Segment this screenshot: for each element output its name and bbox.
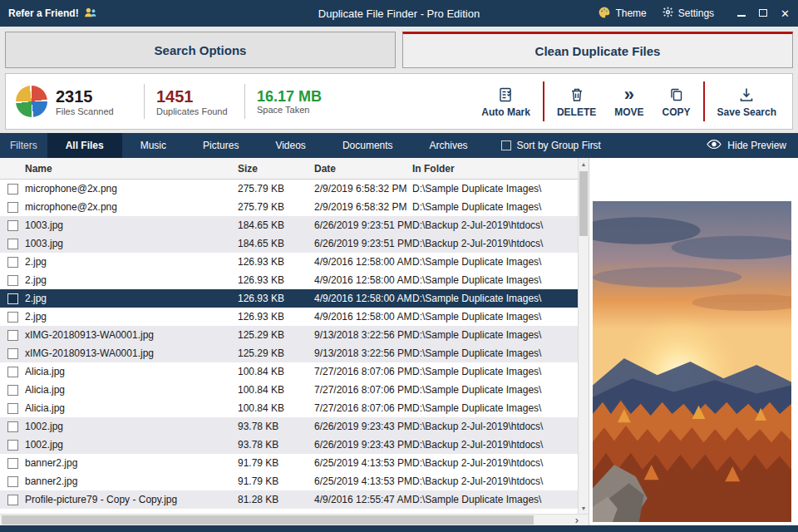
table-row[interactable]: microphone@2x.png275.79 KB2/9/2019 6:58:… bbox=[0, 180, 578, 198]
scroll-up-arrow-icon[interactable]: ▲ bbox=[579, 158, 589, 170]
scroll-right-arrow-icon[interactable]: › bbox=[575, 515, 579, 525]
file-name-cell: 2.jpg bbox=[25, 293, 238, 304]
row-checkbox[interactable] bbox=[7, 458, 18, 469]
table-row[interactable]: 2.jpg126.93 KB4/9/2016 12:58:00 AMD:\Sam… bbox=[0, 253, 578, 271]
row-checkbox[interactable] bbox=[7, 202, 18, 213]
row-checkbox[interactable] bbox=[7, 220, 18, 231]
file-size-cell: 126.93 KB bbox=[238, 293, 314, 304]
row-checkbox[interactable] bbox=[7, 257, 18, 268]
row-checkbox[interactable] bbox=[7, 312, 18, 323]
row-checkbox[interactable] bbox=[7, 348, 18, 359]
files-scanned-label: Files Scanned bbox=[56, 106, 132, 116]
header-name[interactable]: Name bbox=[25, 163, 238, 175]
table-row[interactable]: 2.jpg126.93 KB4/9/2016 12:58:00 AMD:\Sam… bbox=[0, 308, 578, 326]
maximize-button[interactable] bbox=[759, 7, 767, 19]
file-name-cell: microphone@2x.png bbox=[25, 201, 238, 213]
row-checkbox[interactable] bbox=[7, 330, 18, 341]
row-checkbox[interactable] bbox=[7, 239, 18, 249]
theme-button[interactable]: Theme bbox=[598, 6, 646, 22]
filter-tab-music[interactable]: Music bbox=[122, 133, 185, 158]
table-row[interactable]: 1002.jpg93.78 KB6/26/2019 9:23:43 PMD:\B… bbox=[0, 417, 578, 436]
header-date[interactable]: Date bbox=[314, 163, 412, 175]
file-size-cell: 125.29 KB bbox=[238, 347, 314, 359]
table-row[interactable]: xIMG-20180913-WA0001.jpg125.29 KB9/13/20… bbox=[0, 326, 578, 344]
file-folder-cell: D:\Sample Duplicate Images\ bbox=[412, 347, 578, 359]
file-folder-cell: D:\Backup 2-Jul-2019\htdocs\ bbox=[412, 421, 578, 432]
minimize-button[interactable] bbox=[737, 7, 746, 19]
horizontal-scroll-thumb[interactable] bbox=[2, 515, 534, 525]
file-folder-cell: D:\Sample Duplicate Images\ bbox=[412, 183, 578, 195]
close-button[interactable]: ✕ bbox=[781, 8, 790, 19]
refer-a-friend-button[interactable]: Refer a Friend! bbox=[8, 7, 98, 21]
table-row[interactable]: xIMG-20180913-WA0001.jpg125.29 KB9/13/20… bbox=[0, 344, 578, 362]
tab-search-options[interactable]: Search Options bbox=[5, 32, 396, 68]
settings-gear-icon bbox=[662, 6, 674, 21]
settings-button[interactable]: Settings bbox=[662, 6, 714, 21]
sort-by-group-checkbox[interactable]: Sort by Group First bbox=[501, 140, 601, 151]
save-icon bbox=[738, 86, 755, 104]
file-folder-cell: D:\Sample Duplicate Images\ bbox=[412, 201, 578, 213]
table-row[interactable]: banner2.jpg91.79 KB6/25/2019 4:13:53 PMD… bbox=[0, 454, 578, 472]
vertical-scrollbar[interactable]: ▲ ▼ bbox=[578, 158, 589, 514]
filter-tabs: All FilesMusicPicturesVideosDocumentsArc… bbox=[47, 133, 486, 158]
file-size-cell: 184.65 KB bbox=[238, 238, 314, 249]
hide-preview-button[interactable]: Hide Preview bbox=[695, 139, 798, 152]
row-checkbox[interactable] bbox=[7, 495, 18, 505]
row-checkbox[interactable] bbox=[7, 421, 18, 432]
table-row[interactable]: 1002.jpg93.78 KB6/26/2019 9:23:43 PMD:\B… bbox=[0, 436, 578, 454]
theme-label: Theme bbox=[615, 7, 646, 19]
row-checkbox[interactable] bbox=[7, 403, 18, 414]
file-name-cell: 1002.jpg bbox=[25, 439, 238, 451]
bottom-bar bbox=[0, 525, 798, 532]
filter-tab-archives[interactable]: Archives bbox=[411, 133, 486, 158]
filter-tab-videos[interactable]: Videos bbox=[257, 133, 323, 158]
row-checkbox[interactable] bbox=[7, 440, 18, 451]
file-name-cell: microphone@2x.png bbox=[25, 183, 238, 195]
files-scanned-value: 2315 bbox=[56, 87, 132, 106]
filter-tab-all-files[interactable]: All Files bbox=[47, 133, 122, 158]
row-checkbox[interactable] bbox=[7, 293, 18, 304]
header-size[interactable]: Size bbox=[238, 163, 314, 175]
table-row[interactable]: Alicia.jpg100.84 KB7/27/2016 8:07:06 PMD… bbox=[0, 399, 578, 417]
file-name-cell: Alicia.jpg bbox=[25, 402, 238, 414]
delete-button[interactable]: DELETE bbox=[548, 86, 605, 118]
filter-tab-pictures[interactable]: Pictures bbox=[185, 133, 257, 158]
file-date-cell: 9/13/2018 3:22:56 PM bbox=[314, 347, 412, 359]
stat-files-scanned: 2315 Files Scanned bbox=[56, 87, 132, 116]
table-row[interactable]: 2.jpg126.93 KB4/9/2016 12:58:00 AMD:\Sam… bbox=[0, 289, 578, 308]
action-label: COPY bbox=[663, 106, 691, 118]
table-row[interactable]: banner2.jpg91.79 KB6/25/2019 4:13:53 PMD… bbox=[0, 472, 578, 490]
row-checkbox[interactable] bbox=[7, 385, 18, 396]
row-checkbox[interactable] bbox=[7, 476, 18, 487]
file-date-cell: 6/26/2019 9:23:51 PM bbox=[314, 238, 412, 249]
row-checkbox[interactable] bbox=[7, 275, 18, 286]
action-label: Save Search bbox=[717, 106, 776, 118]
auto-mark-button[interactable]: Auto Mark bbox=[472, 86, 539, 118]
filter-tab-documents[interactable]: Documents bbox=[324, 133, 411, 158]
copy-icon bbox=[668, 86, 685, 104]
header-in-folder[interactable]: In Folder bbox=[412, 163, 578, 175]
row-checkbox[interactable] bbox=[7, 184, 18, 195]
table-row[interactable]: 2.jpg126.93 KB4/9/2016 12:58:00 AMD:\Sam… bbox=[0, 271, 578, 289]
table-row[interactable]: 1003.jpg184.65 KB6/26/2019 9:23:51 PMD:\… bbox=[0, 234, 578, 253]
table-row[interactable]: microphone@2x.png275.79 KB2/9/2019 6:58:… bbox=[0, 198, 578, 216]
preview-pane bbox=[589, 158, 798, 525]
copy-button[interactable]: COPY bbox=[653, 86, 700, 118]
move-button[interactable]: »MOVE bbox=[605, 86, 653, 118]
table-row[interactable]: Alicia.jpg100.84 KB7/27/2016 8:07:06 PMD… bbox=[0, 362, 578, 381]
row-checkbox[interactable] bbox=[7, 367, 18, 377]
file-name-cell: 2.jpg bbox=[25, 274, 238, 286]
table-row[interactable]: Profile-picture79 - Copy - Copy.jpg81.28… bbox=[0, 490, 578, 509]
save-search-button[interactable]: Save Search bbox=[708, 86, 786, 118]
file-folder-cell: D:\Backup 2-Jul-2019\htdocs\ bbox=[412, 439, 578, 451]
file-folder-cell: D:\Sample Duplicate Images\ bbox=[412, 494, 578, 505]
vertical-scroll-thumb[interactable] bbox=[579, 171, 588, 236]
file-name-cell: 1003.jpg bbox=[25, 219, 238, 231]
horizontal-scrollbar[interactable]: › bbox=[0, 514, 589, 525]
scroll-down-arrow-icon[interactable]: ▼ bbox=[579, 502, 589, 514]
table-row[interactable]: Alicia.jpg100.84 KB7/27/2016 8:07:06 PMD… bbox=[0, 381, 578, 399]
file-date-cell: 2/9/2019 6:58:32 PM bbox=[314, 201, 412, 213]
table-row[interactable]: 1003.jpg184.65 KB6/26/2019 9:23:51 PMD:\… bbox=[0, 216, 578, 234]
tab-clean-duplicate-files[interactable]: Clean Duplicate Files bbox=[402, 32, 793, 68]
action-label: DELETE bbox=[557, 106, 596, 118]
